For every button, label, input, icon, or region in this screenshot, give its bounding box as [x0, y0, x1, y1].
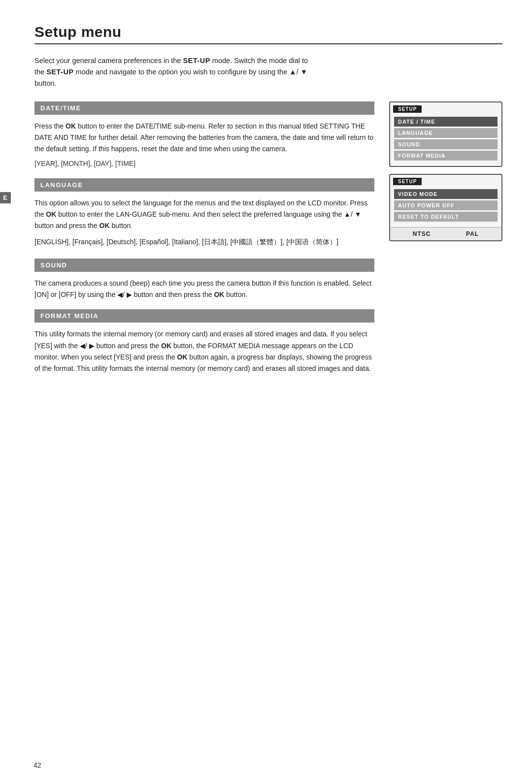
right-column: SETUP DATE / TIME LANGUAGE SOUND FORMAT … [389, 101, 502, 248]
pal-label: PAL [466, 230, 479, 237]
date-time-body: Press the OK button to enter the DATE/TI… [34, 121, 374, 155]
ntsc-label: NTSC [413, 230, 431, 237]
diagram-2-item-3: RESET TO DEFAULT [394, 212, 498, 222]
diagram-2-item-2: AUTO POWER OFF [394, 200, 498, 210]
diagram-1-item-3: SOUND [394, 139, 498, 149]
diagram-1-menu: DATE / TIME LANGUAGE SOUND FORMAT MEDIA [390, 115, 501, 166]
diagram-2-tab: SETUP [393, 178, 422, 185]
date-time-header: DATE/TIME [34, 101, 374, 115]
format-media-body: This utility formats the internal memory… [34, 328, 374, 374]
language-section: LANGUAGE This option allows you to selec… [34, 178, 374, 248]
sound-section: SOUND The camera produces a sound (beep)… [34, 259, 374, 300]
diagram-1-item-2: LANGUAGE [394, 128, 498, 138]
language-body: This option allows you to select the lan… [34, 197, 374, 231]
date-time-section: DATE/TIME Press the OK button to enter t… [34, 101, 374, 167]
main-layout: DATE/TIME Press the OK button to enter t… [34, 101, 502, 383]
intro-bold-1: SET-UP [183, 57, 210, 65]
language-options: [ENGLISH], [Français], [Deutsch], [Españ… [34, 236, 374, 248]
date-time-options: [YEAR], [MONTH], [DAY], [TIME] [34, 160, 374, 167]
left-column: DATE/TIME Press the OK button to enter t… [34, 101, 374, 383]
language-header: LANGUAGE [34, 178, 374, 192]
intro-text-1: Select your general camera preferences i… [34, 57, 183, 65]
format-media-section: FORMAT MEDIA This utility formats the in… [34, 309, 374, 374]
diagram-1: SETUP DATE / TIME LANGUAGE SOUND FORMAT … [389, 101, 502, 167]
format-media-header: FORMAT MEDIA [34, 309, 374, 323]
sound-body: The camera produces a sound (beep) each … [34, 278, 374, 300]
intro-text-4: button. [34, 79, 56, 87]
diagram-2-menu: VIDEO MODE AUTO POWER OFF RESET TO DEFAU… [390, 187, 501, 227]
page-title: Setup menu [34, 24, 502, 40]
diagram-2-item-1: VIDEO MODE [394, 189, 498, 199]
page-number: 42 [33, 761, 41, 769]
intro-bold-2: SET-UP [46, 68, 73, 76]
sound-header: SOUND [34, 259, 374, 272]
diagram-1-tab: SETUP [393, 105, 422, 113]
diagram-1-item-1: DATE / TIME [394, 117, 498, 127]
e-label: E [0, 192, 11, 203]
diagram-2-bottom: NTSC PAL [390, 227, 501, 240]
diagram-2: SETUP VIDEO MODE AUTO POWER OFF RESET TO… [389, 174, 502, 241]
intro-paragraph: Select your general camera preferences i… [34, 55, 310, 90]
intro-text-3: mode and navigate to the option you wish… [74, 68, 290, 76]
diagram-1-item-4: FORMAT MEDIA [394, 151, 498, 161]
